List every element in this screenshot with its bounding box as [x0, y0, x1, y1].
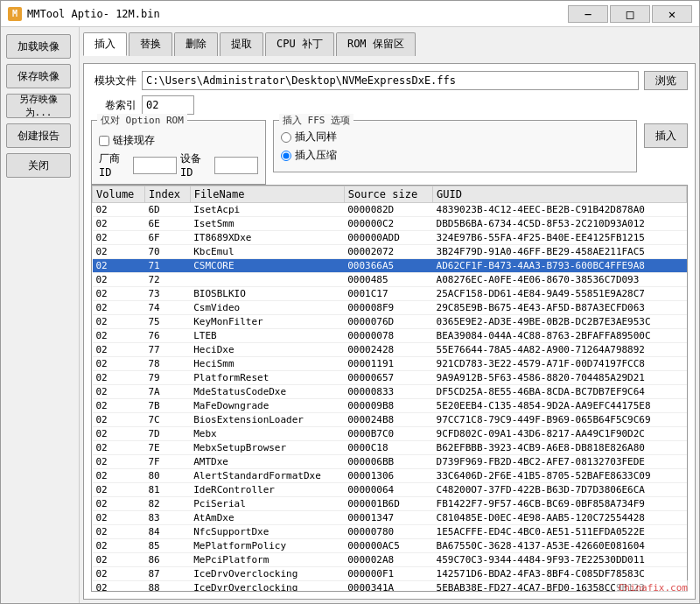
volume-input[interactable] — [142, 95, 194, 115]
table-row[interactable]: 02 7F AMTDxe 000006BB D739F969-FB2D-4BC2… — [93, 455, 687, 469]
tab-rom[interactable]: ROM 保留区 — [336, 32, 416, 56]
table-row[interactable]: 02 7E MebxSetupBrowser 0000C18 B62EFBBB-… — [93, 441, 687, 455]
table-row[interactable]: 02 85 MePlatformPolicy 000000AC5 BA67550… — [93, 539, 687, 553]
cell-volume: 02 — [93, 301, 145, 315]
insert-same-radio[interactable] — [281, 132, 291, 143]
table-row[interactable]: 02 73 BIOSBLKIO 0001C17 25ACF158-DD61-4E… — [93, 287, 687, 301]
table-row[interactable]: 02 79 PlatformReset 00000657 9A9A912B-5F… — [93, 371, 687, 385]
table-row[interactable]: 02 76 LTEB 00000078 BEA39084-044A-4C88-8… — [93, 329, 687, 343]
tab-replace[interactable]: 替换 — [129, 32, 172, 56]
table-row[interactable]: 02 6F IT8689XDxe 000000ADD 324E97B6-55FA… — [93, 231, 687, 245]
maximize-button[interactable]: □ — [610, 5, 650, 23]
modules-table: Volume Index FileName Source size GUID 0… — [92, 186, 687, 592]
table-row[interactable]: 02 88 IceDvrOverclocking 0000341A 5EBAB3… — [93, 581, 687, 593]
table-row[interactable]: 02 83 AtAmDxe 00001347 C810485E-D0EC-4E9… — [93, 511, 687, 525]
watermark: Chinafix.com — [615, 580, 691, 595]
table-row[interactable]: 02 74 CsmVideo 000008F9 29C85E9B-B675-4E… — [93, 301, 687, 315]
close-button[interactable]: ✕ — [652, 5, 692, 23]
tab-delete[interactable]: 删除 — [174, 32, 218, 56]
table-row[interactable]: 02 72 0000485 A08276EC-A0FE-4E06-8670-38… — [93, 273, 687, 287]
table-row[interactable]: 02 87 IceDrvOverclocking 000000F1 142571… — [93, 567, 687, 581]
module-input[interactable] — [142, 71, 639, 90]
table-row[interactable]: 02 81 IdeRController 00000064 C48200O7-3… — [93, 483, 687, 497]
option-rom-title: 仅对 Option ROM — [97, 114, 187, 127]
cell-index: 7B — [144, 399, 190, 413]
link-existing-checkbox[interactable] — [99, 136, 109, 146]
cell-size: 00001347 — [344, 511, 432, 525]
cell-filename: LTEB — [190, 329, 344, 343]
cell-volume: 02 — [93, 399, 145, 413]
cell-guid: 25ACF158-DD61-4E84-9A49-55851E9A28C7 — [433, 287, 687, 301]
cell-index: 78 — [144, 357, 190, 371]
insert-compress-radio[interactable] — [281, 151, 291, 161]
minimize-button[interactable]: − — [568, 5, 608, 23]
cell-guid: 5E20EEB4-C135-4854-9D2A-AA9EFC44175E8 — [433, 399, 687, 413]
cell-size: 000001B6D — [344, 497, 432, 511]
table-row[interactable]: 02 77 HeciDxe 00002428 55E76644-78A5-4A8… — [93, 343, 687, 357]
link-existing-row: 链接现存 — [99, 133, 258, 148]
cell-guid: B62EFBBB-3923-4CB9-A6E8-DB818E826A80 — [433, 441, 687, 455]
table-row[interactable]: 02 7B MaFeDowngrade 000009B8 5E20EEB4-C1… — [93, 399, 687, 413]
cell-guid: 3B24F79D-91A0-46FF-BE29-458AE211FAC5 — [433, 245, 687, 259]
cell-size: 00000078 — [344, 329, 432, 343]
cell-index: 81 — [144, 483, 190, 497]
insert-same-row: 插入同样 — [281, 130, 629, 144]
tab-extract[interactable]: 提取 — [220, 32, 263, 56]
modules-table-container[interactable]: Volume Index FileName Source size GUID 0… — [91, 185, 688, 592]
cell-volume: 02 — [93, 203, 145, 217]
module-label: 模块文件 — [91, 74, 136, 88]
cell-index: 6D — [144, 203, 190, 217]
cell-filename: BIOSBLKIO — [190, 287, 344, 301]
cell-guid: C810485E-D0EC-4E98-AAB5-120C72554428 — [433, 511, 687, 525]
table-row[interactable]: 02 70 KbcEmul 00002072 3B24F79D-91A0-46F… — [93, 245, 687, 259]
tab-cpu[interactable]: CPU 补丁 — [265, 32, 334, 56]
cell-size: 000024B8 — [344, 413, 432, 427]
table-row[interactable]: 02 71 CSMCORE 000366A5 AD62CF1F-B473-4AA… — [93, 259, 687, 273]
cell-guid: 33C6406D-2F6E-41B5-8705-52BAFE8633C09 — [433, 469, 687, 483]
table-header-row: Volume Index FileName Source size GUID — [93, 186, 687, 203]
cell-guid: 29C85E9B-B675-4E43-AF5D-B87A3ECFD063 — [433, 301, 687, 315]
cell-size: 0000341A — [344, 581, 432, 593]
table-row[interactable]: 02 78 HeciSmm 00001191 921CD783-3E22-457… — [93, 357, 687, 371]
browse-button[interactable]: 浏览 — [644, 71, 688, 90]
table-row[interactable]: 02 6D IsetAcpi 0000082D 4839023B-4C12-4E… — [93, 203, 687, 217]
cell-guid: C48200O7-37FD-422B-B63D-7D7D3806E6CA — [433, 483, 687, 497]
cell-filename: IsetAcpi — [190, 203, 344, 217]
table-row[interactable]: 02 86 MePciPlatform 000002A8 459C70C3-93… — [93, 553, 687, 567]
main-window: M MMTool Aptio- 12M.bin − □ ✕ 加载映像 保存映像 … — [0, 0, 700, 604]
table-row[interactable]: 02 84 NfcSupportDxe 00000780 1E5ACFFE-ED… — [93, 525, 687, 539]
cell-volume: 02 — [93, 469, 145, 483]
cell-index: 7D — [144, 427, 190, 441]
table-row[interactable]: 02 80 AlertStandardFormatDxe 00001306 33… — [93, 469, 687, 483]
close-file-button[interactable]: 关闭 — [6, 153, 71, 178]
table-row[interactable]: 02 82 PciSerial 000001B6D FB1422F7-9F57-… — [93, 497, 687, 511]
table-row[interactable]: 02 6E IsetSmm 000000C2 DBD5B6BA-6734-4C5… — [93, 217, 687, 231]
save-as-button[interactable]: 另存映像为... — [6, 94, 71, 118]
cell-size: 000008F9 — [344, 301, 432, 315]
cell-index: 77 — [144, 343, 190, 357]
cell-index: 73 — [144, 287, 190, 301]
cell-index: 88 — [144, 581, 190, 593]
table-row[interactable]: 02 7C BiosExtensionLoader 000024B8 97CC7… — [93, 413, 687, 427]
device-id-input[interactable] — [214, 157, 258, 174]
cell-volume: 02 — [93, 441, 145, 455]
table-row[interactable]: 02 7D Mebx 0000B7C0 9CFD802C-09A1-43D6-8… — [93, 427, 687, 441]
main-panel: 插入 替换 删除 提取 CPU 补丁 ROM 保留区 模块文件 浏览 卷索引 — [80, 27, 699, 603]
cell-index: 87 — [144, 567, 190, 581]
tab-insert[interactable]: 插入 — [83, 32, 127, 56]
col-volume: Volume — [93, 186, 145, 203]
load-image-button[interactable]: 加载映像 — [6, 34, 71, 59]
cell-size: 00000780 — [344, 525, 432, 539]
cell-volume: 02 — [93, 483, 145, 497]
create-report-button[interactable]: 创建报告 — [6, 123, 71, 148]
save-image-button[interactable]: 保存映像 — [6, 64, 71, 88]
table-row[interactable]: 02 7A MdeStatusCodeDxe 00000833 DF5CD25A… — [93, 385, 687, 399]
insert-button[interactable]: 插入 — [644, 123, 688, 148]
cell-size: 0000C18 — [344, 441, 432, 455]
cell-size: 0000082D — [344, 203, 432, 217]
vendor-id-input[interactable] — [133, 157, 177, 174]
cell-guid: 324E97B6-55FA-4F25-B40E-EE4125FB1215 — [433, 231, 687, 245]
cell-guid: DF5CD25A-8E55-46BA-8CDA-BC7DB7EF9C64 — [433, 385, 687, 399]
cell-volume: 02 — [93, 427, 145, 441]
table-row[interactable]: 02 75 KeyMonFilter 0000076D 0365E9E2-AD3… — [93, 315, 687, 329]
